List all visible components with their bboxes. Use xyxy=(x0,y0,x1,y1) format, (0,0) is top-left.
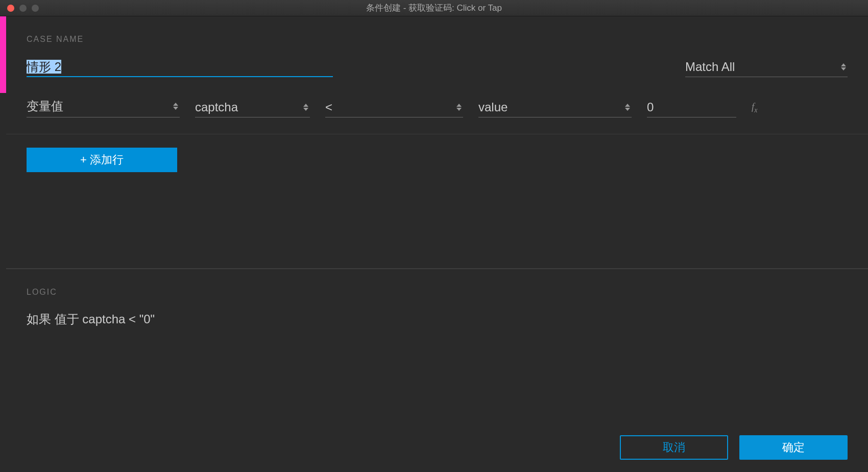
maximize-window-icon xyxy=(32,5,39,12)
window-title: 条件创建 - 获取验证码: Click or Tap xyxy=(366,2,502,14)
logic-label: LOGIC xyxy=(27,288,848,297)
condition-target-value: value xyxy=(478,100,618,114)
match-mode-value: Match All xyxy=(685,60,834,74)
case-name-value: 情形 2 xyxy=(27,60,61,74)
condition-value-input[interactable] xyxy=(647,99,736,117)
condition-type-select[interactable]: 变量值 xyxy=(27,97,180,117)
accent-bar xyxy=(0,16,6,93)
ok-button[interactable]: 确定 xyxy=(739,435,848,460)
case-name-label: CASE NAME xyxy=(27,35,848,44)
condition-variable-value: captcha xyxy=(195,100,297,114)
condition-value-field[interactable] xyxy=(647,100,736,114)
logic-expression: 如果 值于 captcha < "0" xyxy=(27,311,848,327)
match-mode-select[interactable]: Match All xyxy=(685,58,848,77)
minimize-window-icon xyxy=(19,5,27,12)
chevron-up-down-icon xyxy=(623,101,632,113)
condition-type-value: 变量值 xyxy=(27,98,166,114)
titlebar: 条件创建 - 获取验证码: Click or Tap xyxy=(0,0,868,16)
chevron-up-down-icon xyxy=(302,101,310,113)
condition-target-select[interactable]: value xyxy=(478,99,632,117)
fx-icon[interactable]: fx xyxy=(752,101,758,117)
condition-variable-select[interactable]: captcha xyxy=(195,99,310,117)
window-controls xyxy=(7,5,39,12)
chevron-up-down-icon xyxy=(839,61,848,73)
chevron-up-down-icon xyxy=(172,100,180,112)
close-window-icon[interactable] xyxy=(7,5,14,12)
chevron-up-down-icon xyxy=(455,101,463,113)
condition-operator-value: < xyxy=(325,100,450,114)
add-row-button[interactable]: + 添加行 xyxy=(27,148,177,172)
case-name-input[interactable]: 情形 2 xyxy=(27,59,333,77)
cancel-button[interactable]: 取消 xyxy=(620,435,728,460)
condition-operator-select[interactable]: < xyxy=(325,99,463,117)
condition-row: 变量值 captcha < value fx xyxy=(6,82,868,134)
